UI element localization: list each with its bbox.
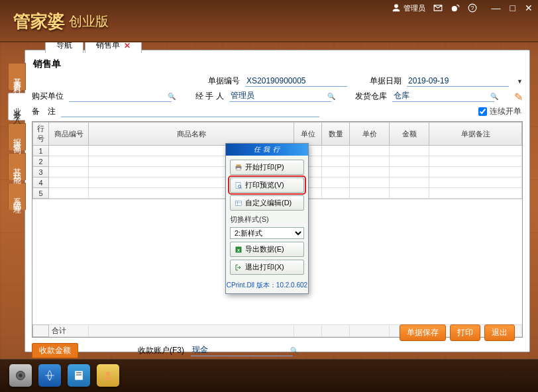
svg-point-15 <box>19 374 23 377</box>
dialog-banner: 任 我 行 <box>226 144 308 156</box>
svg-point-0 <box>451 6 457 11</box>
user-icon <box>392 3 401 13</box>
taskbar-icon-3[interactable] <box>68 364 90 387</box>
grid-footer-label: 合计 <box>49 325 89 337</box>
account-input[interactable] <box>191 346 293 356</box>
taskbar <box>0 359 538 392</box>
lookup-icon[interactable]: 🔍 <box>490 93 498 100</box>
exit-icon <box>235 264 242 271</box>
svg-rect-19 <box>76 374 81 375</box>
order-date-input[interactable] <box>407 76 509 87</box>
column-header[interactable]: 数量 <box>322 122 350 146</box>
column-header[interactable]: 单位 <box>294 122 322 146</box>
help-icon[interactable]: ? <box>468 3 477 13</box>
edit-icon[interactable]: ✎ <box>514 91 523 103</box>
quit-print-button[interactable]: 退出打印(X) <box>230 260 304 275</box>
close-button[interactable]: ✕ <box>525 3 533 13</box>
page-title: 销售单 <box>33 58 523 70</box>
column-header[interactable]: 商品编号 <box>49 122 89 146</box>
remark-input[interactable] <box>61 107 319 117</box>
handler-input[interactable] <box>229 91 331 102</box>
side-tab[interactable]: 业务录入 <box>8 93 25 121</box>
preview-icon <box>235 181 242 189</box>
titlebar: 管家婆 创业版 管理员 ? — □ ✕ <box>0 0 538 42</box>
lookup-icon[interactable]: 🔍 <box>290 347 298 354</box>
side-tab[interactable]: 报表查询 <box>8 123 26 150</box>
column-header[interactable]: 商品名称 <box>89 122 294 146</box>
svg-text:?: ? <box>470 5 474 11</box>
style-label: 切换样式(S) <box>230 215 304 224</box>
printer-icon <box>235 164 242 172</box>
print-preview-button[interactable]: 打印预览(V) <box>230 177 304 193</box>
app-title: 管家婆 <box>13 10 65 33</box>
order-date-label: 单据日期 <box>370 75 402 87</box>
taskbar-icon-2[interactable] <box>38 364 61 387</box>
svg-rect-5 <box>237 168 241 170</box>
minimize-button[interactable]: — <box>492 3 501 13</box>
column-header[interactable]: 金额 <box>390 122 429 146</box>
weibo-icon[interactable] <box>451 3 460 13</box>
side-tab[interactable]: 其它功能 <box>8 153 26 180</box>
user-label: 管理员 <box>404 3 425 13</box>
save-button[interactable]: 单据保存 <box>400 324 446 341</box>
custom-edit-button[interactable]: 自定义编辑(D) <box>230 195 304 211</box>
column-header[interactable]: 单据备注 <box>429 122 522 146</box>
lookup-icon[interactable]: 🔍 <box>168 93 176 100</box>
amount-button[interactable]: 收款金额 <box>32 343 78 358</box>
side-tab[interactable]: 系统管理 <box>8 183 26 210</box>
continuous-label: 连续开单 <box>490 106 521 117</box>
mail-icon[interactable] <box>433 3 443 13</box>
side-tabs: 基本资料业务录入报表查询其它功能系统管理 <box>8 63 25 213</box>
taskbar-icon-1[interactable] <box>9 364 32 387</box>
maximize-button[interactable]: □ <box>510 3 515 13</box>
svg-rect-9 <box>236 201 242 205</box>
dialog-footer: CPrint.Dll 版本：10.2.0.602 <box>226 279 308 293</box>
taskbar-icon-4[interactable] <box>97 364 119 387</box>
user-menu[interactable]: 管理员 <box>392 3 425 13</box>
svg-rect-3 <box>237 164 241 166</box>
svg-text:X: X <box>237 248 240 252</box>
buyer-label: 购买单位 <box>32 91 64 102</box>
edit-icon <box>235 199 242 207</box>
app-subtitle: 创业版 <box>69 13 109 30</box>
print-dialog: 任 我 行 开始打印(P) 打印预览(V) 自定义编辑(D) 切换样式(S) 2… <box>225 143 309 294</box>
svg-rect-18 <box>76 372 81 373</box>
order-no-label: 单据编号 <box>208 75 240 87</box>
side-tab[interactable]: 基本资料 <box>8 63 26 90</box>
column-header[interactable]: 行号 <box>33 122 49 146</box>
date-dropdown-icon[interactable]: ▼ <box>517 78 523 85</box>
remark-label: 备 注 <box>32 106 56 117</box>
print-button[interactable]: 打印 <box>450 324 480 341</box>
warehouse-label: 发货仓库 <box>355 91 387 102</box>
account-label: 收款账户(F3) <box>138 345 184 356</box>
continuous-checkbox[interactable] <box>478 107 487 116</box>
start-print-button[interactable]: 开始打印(P) <box>230 160 304 175</box>
svg-point-20 <box>106 371 111 376</box>
warehouse-input[interactable] <box>392 91 494 102</box>
export-button[interactable]: X 导出数据(E) <box>230 242 304 257</box>
style-select[interactable]: 2:新样式 <box>230 227 304 239</box>
exit-button[interactable]: 退出 <box>484 324 515 341</box>
excel-icon: X <box>235 246 242 254</box>
order-no-input[interactable] <box>245 76 347 87</box>
column-header[interactable]: 单价 <box>350 122 390 146</box>
lookup-icon[interactable]: 🔍 <box>327 93 335 100</box>
buyer-input[interactable] <box>69 91 172 102</box>
handler-label: 经 手 人 <box>195 91 224 102</box>
